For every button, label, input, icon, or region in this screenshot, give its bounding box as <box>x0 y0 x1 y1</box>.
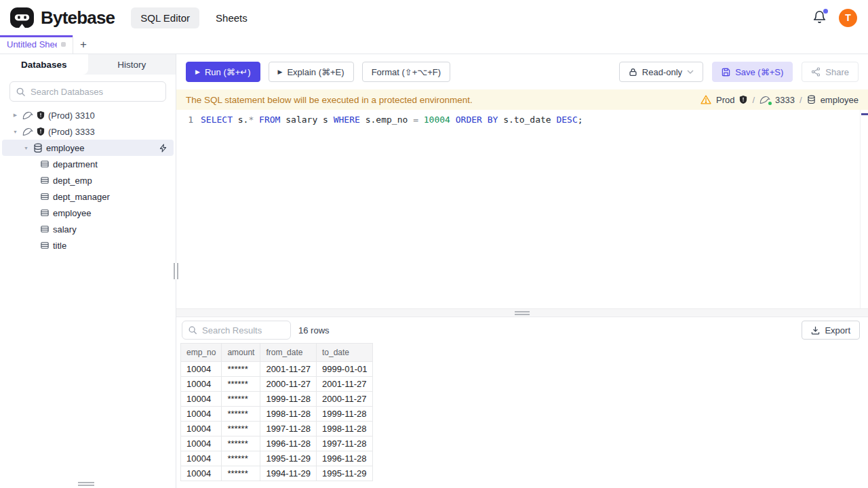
tab-databases[interactable]: Databases <box>0 54 88 75</box>
instance-label: (Prod) 3310 <box>48 110 95 121</box>
notifications-button[interactable] <box>812 10 827 25</box>
new-sheet-button[interactable]: + <box>73 35 94 54</box>
column-header-from_date[interactable]: from_date <box>260 344 317 362</box>
tab-history[interactable]: History <box>88 54 176 75</box>
table-cell[interactable]: 1994-11-29 <box>260 466 317 481</box>
table-row[interactable]: 10004******2000-11-272001-11-27 <box>181 377 373 392</box>
table-cell[interactable]: 1997-11-28 <box>316 436 373 451</box>
brand-home-link[interactable]: Bytebase <box>9 7 115 29</box>
table-row[interactable]: 10004******2001-11-279999-01-01 <box>181 362 373 377</box>
table-cell[interactable]: ****** <box>222 377 260 392</box>
editor-overview-ruler[interactable] <box>860 110 868 308</box>
format-button[interactable]: Format (⇧+⌥+F) <box>362 62 450 82</box>
save-button[interactable]: Save (⌘+S) <box>712 62 793 82</box>
table-icon <box>41 241 49 249</box>
table-row[interactable]: 10004******1998-11-281999-11-28 <box>181 407 373 422</box>
column-header-amount[interactable]: amount <box>222 344 260 362</box>
table-row[interactable]: 10004******1995-11-291996-11-28 <box>181 451 373 466</box>
tab-untitled-sheet[interactable]: Untitled Sheet <box>0 35 73 54</box>
sql-token-plain <box>418 115 424 125</box>
bytebase-logo-icon <box>9 7 35 29</box>
table-cell[interactable]: 1995-11-29 <box>316 466 373 481</box>
database-label: employee <box>46 143 84 153</box>
table-cell[interactable]: 1999-11-28 <box>316 407 373 422</box>
caret-right-icon[interactable]: ▶ <box>12 113 19 118</box>
header-actions: T <box>812 9 857 27</box>
table-cell[interactable]: 1996-11-28 <box>316 451 373 466</box>
table-cell[interactable]: 10004 <box>181 362 222 377</box>
banner-message: The SQL statement below will be executed… <box>186 95 473 105</box>
table-cell[interactable]: 10004 <box>181 422 222 436</box>
sidebar-resize-handle[interactable] <box>174 263 178 279</box>
table-cell[interactable]: 1998-11-28 <box>316 422 373 436</box>
line-number: 1 <box>176 115 201 125</box>
table-cell[interactable]: 2001-11-27 <box>260 362 317 377</box>
table-cell[interactable]: ****** <box>222 451 260 466</box>
table-cell[interactable]: 10004 <box>181 466 222 481</box>
table-label: department <box>53 159 98 169</box>
search-databases-input[interactable] <box>9 81 166 102</box>
tree-table-dept-manager[interactable]: dept_manager <box>2 188 174 205</box>
table-row[interactable]: 10004******1997-11-281998-11-28 <box>181 422 373 436</box>
table-cell[interactable]: ****** <box>222 466 260 481</box>
table-cell[interactable]: ****** <box>222 362 260 377</box>
table-cell[interactable]: 1995-11-29 <box>260 451 317 466</box>
caret-down-icon[interactable]: ▼ <box>12 129 19 134</box>
table-cell[interactable]: 9999-01-01 <box>316 362 373 377</box>
table-cell[interactable]: ****** <box>222 422 260 436</box>
table-cell[interactable]: 2001-11-27 <box>316 377 373 392</box>
table-cell[interactable]: 10004 <box>181 377 222 392</box>
quick-action-button[interactable] <box>159 144 167 152</box>
search-icon <box>188 325 197 335</box>
table-row[interactable]: 10004******1994-11-291995-11-29 <box>181 466 373 481</box>
tree-table-dept-emp[interactable]: dept_emp <box>2 172 174 188</box>
explain-button[interactable]: ▶ Explain (⌘+E) <box>269 62 354 82</box>
code-line-1[interactable]: 1 SELECT s.* FROM salary s WHERE s.emp_n… <box>176 113 868 126</box>
sql-editor[interactable]: 1 SELECT s.* FROM salary s WHERE s.emp_n… <box>176 110 868 308</box>
avatar[interactable]: T <box>839 9 857 27</box>
table-cell[interactable]: 10004 <box>181 436 222 451</box>
tree-table-department[interactable]: department <box>2 156 174 172</box>
share-button[interactable]: Share <box>802 62 859 82</box>
table-row[interactable]: 10004******1999-11-282000-11-27 <box>181 392 373 407</box>
caret-down-icon[interactable]: ▼ <box>22 146 30 150</box>
table-cell[interactable]: ****** <box>222 436 260 451</box>
search-results-input[interactable] <box>182 321 291 340</box>
table-cell[interactable]: 10004 <box>181 392 222 407</box>
export-button[interactable]: Export <box>802 321 860 340</box>
tree-instance-prod-3310[interactable]: ▶ (Prod) 3310 <box>2 107 174 123</box>
table-cell[interactable]: 1996-11-28 <box>260 436 317 451</box>
tree-table-title[interactable]: title <box>2 237 174 253</box>
readonly-mode-dropdown[interactable]: Read-only <box>619 62 703 82</box>
brand-name: Bytebase <box>41 7 115 28</box>
table-cell[interactable]: 1997-11-28 <box>260 422 317 436</box>
sql-token-plain: s. <box>233 115 248 125</box>
table-cell[interactable]: ****** <box>222 392 260 407</box>
column-header-emp_no[interactable]: emp_no <box>181 344 222 362</box>
table-row[interactable]: 10004******1996-11-281997-11-28 <box>181 436 373 451</box>
table-cell[interactable]: 1999-11-28 <box>260 392 317 407</box>
run-button[interactable]: ▶ Run (⌘+↵) <box>186 62 260 82</box>
table-cell[interactable]: 10004 <box>181 407 222 422</box>
table-cell[interactable]: 2000-11-27 <box>316 392 373 407</box>
table-cell[interactable]: ****** <box>222 407 260 422</box>
sidebar-bottom-resize-handle[interactable] <box>78 482 94 486</box>
share-icon <box>811 67 821 77</box>
tree-instance-prod-3333[interactable]: ▼ (Prod) 3333 <box>2 123 174 140</box>
tree-database-employee[interactable]: ▼ employee <box>2 140 174 156</box>
nav-sheets[interactable]: Sheets <box>206 7 257 28</box>
environment-shield-icon <box>37 110 45 120</box>
environment-label: Prod <box>716 95 734 105</box>
table-cell[interactable]: 1998-11-28 <box>260 407 317 422</box>
table-cell[interactable]: 2000-11-27 <box>260 377 317 392</box>
table-cell[interactable]: 10004 <box>181 451 222 466</box>
tree-table-salary[interactable]: salary <box>2 221 174 237</box>
resize-grip <box>515 311 530 315</box>
notification-badge <box>823 9 828 14</box>
nav-sql-editor[interactable]: SQL Editor <box>131 7 199 28</box>
column-header-to_date[interactable]: to_date <box>316 344 373 362</box>
results-table: emp_noamountfrom_dateto_date 10004******… <box>180 343 373 481</box>
tree-table-employee[interactable]: employee <box>2 205 174 221</box>
sql-line: SELECT s.* FROM salary s WHERE s.emp_no … <box>201 115 583 125</box>
panel-resize-handle[interactable] <box>176 308 868 317</box>
